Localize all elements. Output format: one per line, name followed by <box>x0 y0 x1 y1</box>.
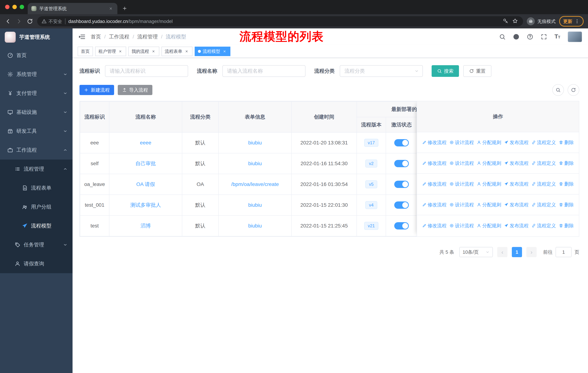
new-tab-button[interactable] <box>120 4 129 13</box>
status-toggle[interactable] <box>394 160 409 167</box>
collapse-sidebar-button[interactable] <box>78 33 86 40</box>
version-badge[interactable]: v4 <box>365 201 377 209</box>
cell-process-name[interactable]: OA 请假 <box>109 174 182 195</box>
action-edit-link[interactable]: 修改流程 <box>422 139 447 146</box>
help-icon[interactable] <box>527 33 533 40</box>
sidebar-item-用户分组[interactable]: 用户分组 <box>0 197 73 216</box>
action-design-link[interactable]: 设计流程 <box>450 181 474 187</box>
process-key-input[interactable] <box>105 65 188 77</box>
status-toggle[interactable] <box>394 202 409 209</box>
action-delete-link[interactable]: 删除 <box>559 202 574 208</box>
sidebar-item-系统管理[interactable]: 系统管理 <box>0 65 73 84</box>
reset-button[interactable]: 重置 <box>463 65 491 77</box>
fullscreen-icon[interactable] <box>541 33 547 40</box>
action-assign-link[interactable]: 分配规则 <box>477 222 501 229</box>
password-manager-icon[interactable] <box>503 18 509 25</box>
next-page-button[interactable]: › <box>526 247 537 257</box>
cell-form-info[interactable]: biubiu <box>219 132 292 153</box>
sidebar-item-支付管理[interactable]: 支付管理 <box>0 84 73 103</box>
sidebar-item-首页[interactable]: 首页 <box>0 46 73 65</box>
action-definition-link[interactable]: 流程定义 <box>532 181 556 187</box>
prev-page-button[interactable]: ‹ <box>497 247 507 257</box>
action-delete-link[interactable]: 删除 <box>559 160 574 166</box>
action-edit-link[interactable]: 修改流程 <box>422 222 447 229</box>
cell-process-name-link[interactable]: 测试多审批人 <box>130 202 161 208</box>
sidebar-item-基础设施[interactable]: 基础设施 <box>0 103 73 122</box>
reload-button[interactable] <box>26 18 33 25</box>
action-delete-link[interactable]: 删除 <box>559 222 574 229</box>
cell-process-name[interactable]: 自己审批 <box>109 153 182 174</box>
browser-menu-icon[interactable] <box>575 19 580 24</box>
action-definition-link[interactable]: 流程定义 <box>532 202 556 208</box>
page-size-select[interactable]: 10条/页 <box>459 247 493 257</box>
sidebar-item-研发工具[interactable]: 研发工具 <box>0 122 73 141</box>
breadcrumb-item[interactable]: 流程管理 <box>137 33 158 40</box>
cell-form-info[interactable]: biubiu <box>219 215 292 236</box>
cell-process-name[interactable]: 滔博 <box>109 215 182 236</box>
global-search-icon[interactable] <box>499 33 506 40</box>
action-publish-link[interactable]: 发布流程 <box>504 181 529 187</box>
back-button[interactable] <box>4 18 12 25</box>
address-bar[interactable]: 不安全 dashboard.yudao.iocoder.cn/bpm/manag… <box>37 16 523 26</box>
action-assign-link[interactable]: 分配规则 <box>477 181 501 187</box>
page-tab-首页[interactable]: 首页 <box>78 47 93 56</box>
minimize-window-button[interactable] <box>12 5 17 9</box>
browser-update-button[interactable]: 更新 <box>559 16 584 27</box>
cell-form-info-link[interactable]: biubiu <box>248 161 262 166</box>
sidebar-item-流程管理[interactable]: 流程管理 <box>0 160 73 179</box>
version-badge[interactable]: v5 <box>365 180 377 188</box>
action-design-link[interactable]: 设计流程 <box>450 222 474 229</box>
cell-form-info[interactable]: /bpm/oa/leave/create <box>219 174 292 195</box>
action-publish-link[interactable]: 发布流程 <box>504 222 529 229</box>
page-tab-租户管理[interactable]: 租户管理 <box>95 47 126 56</box>
font-size-icon[interactable]: TT <box>555 33 560 40</box>
cell-process-name[interactable]: 测试多审批人 <box>109 195 182 215</box>
sidebar-item-请假查询[interactable]: 请假查询 <box>0 254 73 273</box>
category-select[interactable]: 流程分类 <box>340 65 423 77</box>
close-browser-tab-icon[interactable] <box>108 6 114 11</box>
sidebar-item-流程表单[interactable]: 流程表单 <box>0 179 73 197</box>
import-process-button[interactable]: 导入流程 <box>118 85 152 95</box>
action-design-link[interactable]: 设计流程 <box>450 202 474 208</box>
sidebar-item-工作流程[interactable]: 工作流程 <box>0 141 73 160</box>
toggle-search-button[interactable] <box>552 84 564 96</box>
close-window-button[interactable] <box>5 5 10 9</box>
action-edit-link[interactable]: 修改流程 <box>422 202 447 208</box>
action-definition-link[interactable]: 流程定义 <box>532 139 556 146</box>
forward-button[interactable] <box>15 18 23 25</box>
cell-form-info-link[interactable]: biubiu <box>248 140 262 146</box>
cell-form-info-link[interactable]: biubiu <box>248 202 262 208</box>
browser-tab[interactable]: 芋道管理系统 <box>28 3 117 14</box>
create-process-button[interactable]: 新建流程 <box>79 85 114 95</box>
action-edit-link[interactable]: 修改流程 <box>422 181 447 187</box>
action-delete-link[interactable]: 删除 <box>559 181 574 187</box>
action-definition-link[interactable]: 流程定义 <box>532 222 556 229</box>
version-badge[interactable]: v2 <box>365 160 377 168</box>
breadcrumb-item[interactable]: 首页 <box>91 33 101 40</box>
cell-form-info-link[interactable]: /bpm/oa/leave/create <box>231 181 279 187</box>
page-tab-流程模型[interactable]: 流程模型 <box>195 47 230 56</box>
version-badge[interactable]: v17 <box>364 139 378 147</box>
breadcrumb-item[interactable]: 工作流程 <box>109 33 129 40</box>
action-design-link[interactable]: 设计流程 <box>450 139 474 146</box>
action-edit-link[interactable]: 修改流程 <box>422 160 447 166</box>
status-toggle[interactable] <box>394 181 409 188</box>
sidebar-item-流程模型[interactable]: 流程模型 <box>0 216 73 235</box>
page-number-button[interactable]: 1 <box>512 247 522 257</box>
action-publish-link[interactable]: 发布流程 <box>504 160 529 166</box>
action-definition-link[interactable]: 流程定义 <box>532 160 556 166</box>
action-publish-link[interactable]: 发布流程 <box>504 139 529 146</box>
version-badge[interactable]: v21 <box>364 222 378 230</box>
user-avatar[interactable] <box>567 31 582 42</box>
cell-form-info-link[interactable]: biubiu <box>248 223 262 229</box>
security-chip[interactable]: 不安全 <box>42 18 62 24</box>
page-tab-我的流程[interactable]: 我的流程 <box>128 47 159 56</box>
goto-page-input[interactable] <box>556 247 572 257</box>
github-icon[interactable] <box>513 33 519 40</box>
maximize-window-button[interactable] <box>20 5 24 9</box>
refresh-table-button[interactable] <box>567 84 579 96</box>
cell-process-name-link[interactable]: 自己审批 <box>136 161 156 166</box>
cell-form-info[interactable]: biubiu <box>219 195 292 215</box>
action-publish-link[interactable]: 发布流程 <box>504 202 529 208</box>
bookmark-star-icon[interactable] <box>512 18 519 25</box>
